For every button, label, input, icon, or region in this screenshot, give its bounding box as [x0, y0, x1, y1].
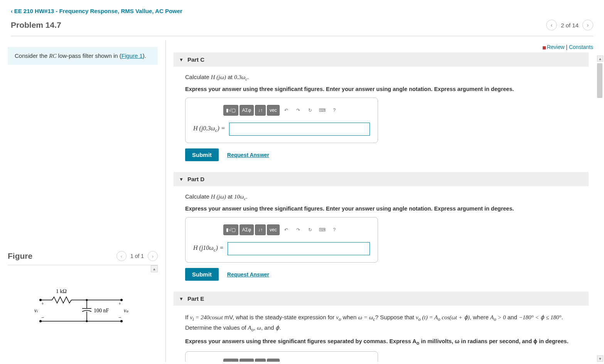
header: ‹ EE 210 HW#13 - Frequency Response, RMS… [0, 0, 604, 40]
vo-label: vₒ [124, 308, 128, 313]
page-root: ‹ EE 210 HW#13 - Frequency Response, RMS… [0, 0, 604, 364]
part-d-header[interactable]: ▼ Part D [174, 172, 589, 186]
subscript-button[interactable]: ↓↑ [255, 359, 266, 362]
part-c-header[interactable]: ▼ Part C [174, 52, 589, 67]
part-e-body: If vi = 240cosωt mV, what is the steady-… [174, 306, 589, 362]
part-d-input-area: ▮√▢ ΑΣφ ↓↑ vec ↶ ↷ ↻ ⌨ ? H [185, 217, 378, 263]
greek-button[interactable]: ΑΣφ [240, 105, 254, 116]
part-c-body: Calculate H (jω) at 0.3ωc. Express your … [174, 67, 589, 165]
svg-text:+: + [118, 301, 121, 307]
part-d-actions: Submit Request Answer [185, 268, 583, 281]
vec-button[interactable]: vec [267, 224, 280, 235]
part-c-input-row: H (j0.3ωc) = [193, 123, 370, 136]
prompt-mid: low-pass filter shown in ( [56, 52, 121, 59]
review-label: Review [547, 44, 565, 50]
part-d-toolbar: ▮√▢ ΑΣφ ↓↑ vec ↶ ↷ ↻ ⌨ ? [193, 224, 370, 235]
part-c-lhs: H (j0.3ωc) = [193, 125, 225, 133]
circuit-diagram: 1 kΩ 100 nF [33, 285, 133, 339]
greek-button[interactable]: ΑΣφ [240, 224, 254, 235]
resistor-label: 1 kΩ [56, 288, 67, 294]
review-link[interactable]: Review [542, 44, 565, 50]
figure-next-button[interactable]: › [148, 251, 158, 261]
svg-text:+: + [41, 301, 44, 307]
capacitor-label: 100 nF [94, 308, 109, 313]
scroll-up-icon[interactable]: ▲ [597, 56, 603, 62]
main-content: Consider the RC low-pass filter shown in… [0, 40, 604, 362]
problem-title: Problem 14.7 [11, 20, 61, 30]
vec-button[interactable]: vec [267, 105, 280, 116]
part-e-toolbar: ▮√▢ ΑΣφ ↓↑ vec ↶ ↷ ↻ ⌨ ? [193, 359, 370, 362]
part-d-input-row: H (j10ωc) = [193, 242, 370, 255]
redo-button[interactable]: ↷ [293, 105, 304, 116]
subscript-button[interactable]: ↓↑ [255, 224, 266, 235]
part-c-answer-input[interactable] [229, 123, 370, 136]
svg-text:−: − [118, 315, 121, 320]
breadcrumb-label: EE 210 HW#13 - Frequency Response, RMS V… [14, 8, 182, 14]
help-button[interactable]: ? [329, 224, 340, 235]
undo-button[interactable]: ↶ [281, 359, 292, 362]
reset-button[interactable]: ↻ [305, 359, 315, 362]
vec-button[interactable]: vec [267, 359, 280, 362]
keyboard-button[interactable]: ⌨ [317, 359, 328, 362]
part-d-title: Part D [187, 176, 204, 182]
redo-button[interactable]: ↷ [293, 359, 304, 362]
templates-button[interactable]: ▮√▢ [223, 105, 238, 116]
help-button[interactable]: ? [329, 105, 340, 116]
part-e-input-area: ▮√▢ ΑΣφ ↓↑ vec ↶ ↷ ↻ ⌨ ? [185, 351, 378, 362]
part-c-input-area: ▮√▢ ΑΣφ ↓↑ vec ↶ ↷ ↻ ⌨ ? H [185, 98, 378, 143]
part-c-instructions: Express your answer using three signific… [185, 86, 583, 92]
undo-button[interactable]: ↶ [281, 224, 292, 235]
figure-link[interactable]: Figure 1 [121, 52, 143, 59]
chevron-left-icon: ‹ [11, 8, 13, 14]
figure-header: Figure ‹ 1 of 1 › [8, 247, 158, 265]
part-c-submit-button[interactable]: Submit [185, 148, 219, 161]
help-button[interactable]: ? [329, 359, 340, 362]
figure-scroll-up-icon[interactable]: ▲ [151, 265, 158, 272]
caret-down-icon: ▼ [179, 177, 184, 182]
right-scrollbar[interactable]: ▲ ▼ [596, 56, 604, 362]
part-e: ▼ Part E If vi = 240cosωt mV, what is th… [174, 292, 589, 362]
part-c-desc: Calculate H (jω) at 0.3ωc. [185, 74, 583, 81]
right-top-links: Review | Constants [166, 40, 604, 52]
undo-button[interactable]: ↶ [281, 105, 292, 116]
pager-next-button[interactable]: › [582, 20, 593, 30]
scroll-thumb[interactable] [597, 63, 602, 98]
caret-down-icon: ▼ [179, 296, 184, 302]
reset-button[interactable]: ↻ [305, 224, 315, 235]
reset-button[interactable]: ↻ [305, 105, 315, 116]
scroll-down-icon[interactable]: ▼ [597, 356, 603, 362]
prompt-suffix: ). [143, 52, 146, 59]
right-column: Review | Constants ▼ Part C Calculate H … [166, 40, 604, 362]
keyboard-button[interactable]: ⌨ [317, 105, 328, 116]
caret-down-icon: ▼ [179, 57, 184, 62]
constants-link[interactable]: Constants [569, 44, 593, 50]
figure-title: Figure [8, 251, 32, 261]
title-row: Problem 14.7 ‹ 2 of 14 › [11, 20, 593, 30]
keyboard-button[interactable]: ⌨ [317, 224, 328, 235]
part-d-lhs: H (j10ωc) = [193, 244, 224, 253]
part-e-instructions: Express your answers using three signifi… [185, 338, 583, 346]
pager-prev-button[interactable]: ‹ [546, 20, 557, 30]
pager-text: 2 of 14 [561, 22, 579, 29]
part-d-request-answer-link[interactable]: Request Answer [227, 271, 269, 278]
parts-container: ▼ Part C Calculate H (jω) at 0.3ωc. Expr… [166, 52, 604, 362]
left-column: Consider the RC low-pass filter shown in… [0, 40, 166, 362]
prompt-prefix: Consider the [15, 52, 49, 59]
part-d-submit-button[interactable]: Submit [185, 268, 219, 281]
problem-pager: ‹ 2 of 14 › [546, 20, 593, 30]
prompt-math: RC [49, 53, 56, 59]
templates-button[interactable]: ▮√▢ [223, 359, 238, 362]
part-c-request-answer-link[interactable]: Request Answer [227, 152, 269, 158]
redo-button[interactable]: ↷ [293, 224, 304, 235]
templates-button[interactable]: ▮√▢ [223, 224, 238, 235]
part-e-title: Part E [187, 295, 204, 302]
figure-pager: ‹ 1 of 1 › [116, 251, 158, 261]
figure-body: ▲ 1 kΩ [8, 265, 158, 362]
figure-prev-button[interactable]: ‹ [116, 251, 127, 261]
part-d-answer-input[interactable] [228, 242, 370, 255]
part-d-instructions: Express your answer using three signific… [185, 206, 583, 212]
subscript-button[interactable]: ↓↑ [255, 105, 266, 116]
greek-button[interactable]: ΑΣφ [240, 359, 254, 362]
breadcrumb[interactable]: ‹ EE 210 HW#13 - Frequency Response, RMS… [11, 8, 593, 14]
part-e-header[interactable]: ▼ Part E [174, 292, 589, 306]
